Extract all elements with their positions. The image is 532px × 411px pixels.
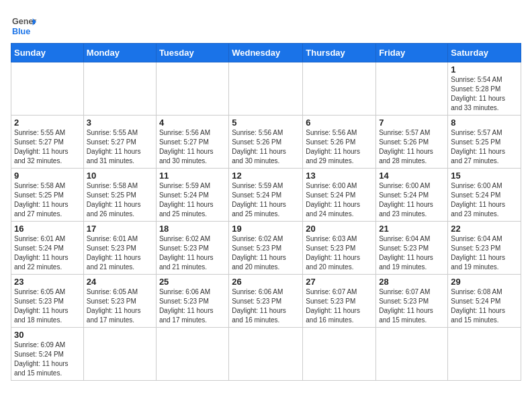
calendar-cell: 27Sunrise: 6:07 AM Sunset: 5:23 PM Dayli… (303, 275, 376, 328)
page: General Blue SundayMondayTuesdayWednesda… (0, 0, 532, 387)
calendar-cell (303, 328, 376, 381)
calendar-cell (83, 62, 156, 116)
day-info: Sunrise: 5:59 AM Sunset: 5:24 PM Dayligh… (232, 181, 300, 219)
calendar-cell: 19Sunrise: 6:02 AM Sunset: 5:23 PM Dayli… (229, 222, 303, 275)
calendar-week-row: 9Sunrise: 5:58 AM Sunset: 5:25 PM Daylig… (11, 169, 521, 222)
calendar-cell: 29Sunrise: 6:08 AM Sunset: 5:24 PM Dayli… (448, 275, 521, 328)
day-number: 29 (451, 277, 518, 287)
calendar-week-row: 23Sunrise: 6:05 AM Sunset: 5:23 PM Dayli… (11, 275, 521, 328)
calendar-cell (303, 62, 376, 116)
day-number: 8 (451, 118, 518, 128)
calendar-week-row: 2Sunrise: 5:55 AM Sunset: 5:27 PM Daylig… (11, 116, 521, 169)
day-info: Sunrise: 5:58 AM Sunset: 5:25 PM Dayligh… (87, 181, 153, 219)
day-number: 25 (159, 277, 226, 287)
day-number: 14 (379, 171, 445, 181)
calendar-cell (376, 328, 448, 381)
calendar-cell: 21Sunrise: 6:04 AM Sunset: 5:23 PM Dayli… (376, 222, 448, 275)
calendar-cell: 15Sunrise: 6:00 AM Sunset: 5:24 PM Dayli… (448, 169, 521, 222)
day-number: 27 (306, 277, 373, 287)
day-info: Sunrise: 6:00 AM Sunset: 5:24 PM Dayligh… (306, 181, 373, 219)
calendar-cell (448, 328, 521, 381)
day-info: Sunrise: 6:02 AM Sunset: 5:23 PM Dayligh… (159, 234, 226, 272)
calendar-cell: 8Sunrise: 5:57 AM Sunset: 5:25 PM Daylig… (448, 116, 521, 169)
day-number: 28 (379, 277, 445, 287)
day-info: Sunrise: 5:54 AM Sunset: 5:28 PM Dayligh… (451, 75, 518, 113)
calendar-cell: 3Sunrise: 5:55 AM Sunset: 5:27 PM Daylig… (83, 116, 156, 169)
calendar-cell: 5Sunrise: 5:56 AM Sunset: 5:26 PM Daylig… (229, 116, 303, 169)
day-info: Sunrise: 6:00 AM Sunset: 5:24 PM Dayligh… (451, 181, 518, 219)
calendar-cell: 22Sunrise: 6:04 AM Sunset: 5:23 PM Dayli… (448, 222, 521, 275)
weekday-header-thursday: Thursday (303, 44, 376, 62)
calendar-week-row: 30Sunrise: 6:09 AM Sunset: 5:24 PM Dayli… (11, 328, 521, 381)
day-number: 1 (451, 64, 518, 75)
calendar-week-row: 1Sunrise: 5:54 AM Sunset: 5:28 PM Daylig… (11, 62, 521, 116)
calendar-cell (229, 328, 303, 381)
calendar-cell: 2Sunrise: 5:55 AM Sunset: 5:27 PM Daylig… (11, 116, 84, 169)
day-info: Sunrise: 6:01 AM Sunset: 5:23 PM Dayligh… (87, 234, 153, 272)
header: General Blue (11, 11, 521, 38)
calendar-cell: 28Sunrise: 6:07 AM Sunset: 5:23 PM Dayli… (376, 275, 448, 328)
day-info: Sunrise: 6:09 AM Sunset: 5:24 PM Dayligh… (14, 340, 81, 378)
day-number: 16 (14, 224, 81, 234)
day-info: Sunrise: 5:57 AM Sunset: 5:25 PM Dayligh… (451, 128, 518, 166)
calendar-cell (229, 62, 303, 116)
day-info: Sunrise: 5:59 AM Sunset: 5:24 PM Dayligh… (159, 181, 226, 219)
day-number: 21 (379, 224, 445, 234)
day-number: 19 (232, 224, 300, 234)
day-info: Sunrise: 5:56 AM Sunset: 5:26 PM Dayligh… (232, 128, 300, 166)
logo: General Blue (11, 13, 36, 38)
calendar-table: SundayMondayTuesdayWednesdayThursdayFrid… (11, 43, 521, 381)
calendar-cell: 24Sunrise: 6:05 AM Sunset: 5:23 PM Dayli… (83, 275, 156, 328)
svg-text:Blue: Blue (12, 27, 30, 36)
calendar-week-row: 16Sunrise: 6:01 AM Sunset: 5:24 PM Dayli… (11, 222, 521, 275)
day-number: 13 (306, 171, 373, 181)
day-info: Sunrise: 6:07 AM Sunset: 5:23 PM Dayligh… (306, 287, 373, 325)
weekday-header-monday: Monday (83, 44, 156, 62)
weekday-header-saturday: Saturday (448, 44, 521, 62)
calendar-cell: 26Sunrise: 6:06 AM Sunset: 5:23 PM Dayli… (229, 275, 303, 328)
calendar-cell (83, 328, 156, 381)
day-info: Sunrise: 6:00 AM Sunset: 5:24 PM Dayligh… (379, 181, 445, 219)
day-number: 23 (14, 277, 81, 287)
day-number: 17 (87, 224, 153, 234)
day-number: 7 (379, 118, 445, 128)
calendar-cell: 12Sunrise: 5:59 AM Sunset: 5:24 PM Dayli… (229, 169, 303, 222)
calendar-cell: 23Sunrise: 6:05 AM Sunset: 5:23 PM Dayli… (11, 275, 84, 328)
calendar-cell: 6Sunrise: 5:56 AM Sunset: 5:26 PM Daylig… (303, 116, 376, 169)
day-number: 2 (14, 118, 81, 128)
day-info: Sunrise: 6:01 AM Sunset: 5:24 PM Dayligh… (14, 234, 81, 272)
day-info: Sunrise: 6:05 AM Sunset: 5:23 PM Dayligh… (87, 287, 153, 325)
calendar-cell: 11Sunrise: 5:59 AM Sunset: 5:24 PM Dayli… (156, 169, 228, 222)
day-info: Sunrise: 5:55 AM Sunset: 5:27 PM Dayligh… (14, 128, 81, 166)
calendar-cell (156, 328, 228, 381)
day-number: 20 (306, 224, 373, 234)
day-number: 9 (14, 171, 81, 181)
day-info: Sunrise: 6:04 AM Sunset: 5:23 PM Dayligh… (451, 234, 518, 272)
calendar-cell: 20Sunrise: 6:03 AM Sunset: 5:23 PM Dayli… (303, 222, 376, 275)
calendar-cell (156, 62, 228, 116)
day-info: Sunrise: 5:57 AM Sunset: 5:26 PM Dayligh… (379, 128, 445, 166)
calendar-cell: 30Sunrise: 6:09 AM Sunset: 5:24 PM Dayli… (11, 328, 84, 381)
calendar-cell: 9Sunrise: 5:58 AM Sunset: 5:25 PM Daylig… (11, 169, 84, 222)
day-number: 5 (232, 118, 300, 128)
day-info: Sunrise: 6:06 AM Sunset: 5:23 PM Dayligh… (232, 287, 300, 325)
day-info: Sunrise: 6:03 AM Sunset: 5:23 PM Dayligh… (306, 234, 373, 272)
calendar-cell: 16Sunrise: 6:01 AM Sunset: 5:24 PM Dayli… (11, 222, 84, 275)
day-number: 11 (159, 171, 226, 181)
weekday-header-friday: Friday (376, 44, 448, 62)
day-number: 22 (451, 224, 518, 234)
day-info: Sunrise: 5:58 AM Sunset: 5:25 PM Dayligh… (14, 181, 81, 219)
calendar-cell: 1Sunrise: 5:54 AM Sunset: 5:28 PM Daylig… (448, 62, 521, 116)
calendar-cell (376, 62, 448, 116)
weekday-header-sunday: Sunday (11, 44, 84, 62)
weekday-header-wednesday: Wednesday (229, 44, 303, 62)
calendar-cell: 4Sunrise: 5:56 AM Sunset: 5:27 PM Daylig… (156, 116, 228, 169)
day-info: Sunrise: 6:02 AM Sunset: 5:23 PM Dayligh… (232, 234, 300, 272)
calendar-cell: 25Sunrise: 6:06 AM Sunset: 5:23 PM Dayli… (156, 275, 228, 328)
calendar-cell: 14Sunrise: 6:00 AM Sunset: 5:24 PM Dayli… (376, 169, 448, 222)
day-info: Sunrise: 6:07 AM Sunset: 5:23 PM Dayligh… (379, 287, 445, 325)
day-number: 3 (87, 118, 153, 128)
day-info: Sunrise: 5:55 AM Sunset: 5:27 PM Dayligh… (87, 128, 153, 166)
day-number: 6 (306, 118, 373, 128)
day-info: Sunrise: 6:04 AM Sunset: 5:23 PM Dayligh… (379, 234, 445, 272)
